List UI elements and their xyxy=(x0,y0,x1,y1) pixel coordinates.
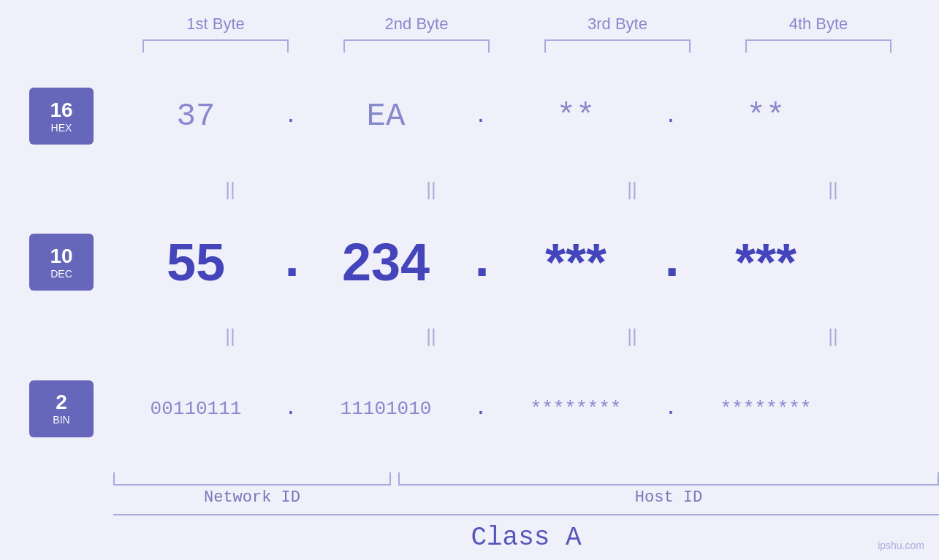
bin-base-label: BIN xyxy=(53,414,69,426)
eq1-b4: || xyxy=(753,180,913,199)
class-label: Class A xyxy=(113,523,939,560)
dec-dot1: . xyxy=(276,232,305,292)
eq1-b3: || xyxy=(552,180,712,199)
equals-row-1: || || || || xyxy=(130,180,934,199)
hex-dot3: . xyxy=(656,105,685,128)
eq1-b2: || xyxy=(351,180,512,199)
bin-byte4: ******** xyxy=(685,398,846,420)
class-section: Class A xyxy=(0,514,939,560)
bin-row: 2 BIN 00110111 . 11101010 . ******** . *… xyxy=(0,345,939,472)
bracket-4 xyxy=(745,39,892,53)
bottom-brackets xyxy=(113,472,939,486)
main-container: 1st Byte 2nd Byte 3rd Byte 4th Byte 16 H… xyxy=(0,0,939,560)
hex-base-label: HEX xyxy=(51,122,72,134)
dec-byte4: *** xyxy=(685,232,846,292)
eq2-b4: || xyxy=(753,326,913,345)
bracket-3 xyxy=(544,39,691,53)
eq2-b3: || xyxy=(552,326,712,345)
network-bracket xyxy=(113,472,391,486)
dec-values: 55 . 234 . *** . *** xyxy=(115,232,910,292)
hex-values: 37 . EA . ** . ** xyxy=(115,98,910,134)
dec-byte1: 55 xyxy=(115,232,276,292)
bin-dot2: . xyxy=(466,397,495,420)
byte1-header: 1st Byte xyxy=(142,15,289,34)
hex-dot2: . xyxy=(466,105,495,128)
host-id-label: Host ID xyxy=(398,488,939,507)
hex-byte1: 37 xyxy=(115,98,276,134)
class-divider xyxy=(113,514,939,515)
hex-base-number: 16 xyxy=(50,99,72,122)
bin-base-number: 2 xyxy=(56,391,67,414)
host-bracket xyxy=(398,472,939,486)
bottom-labels: Network ID Host ID xyxy=(113,488,939,507)
hex-byte3: ** xyxy=(495,98,656,134)
eq2-b1: || xyxy=(150,326,311,345)
top-brackets xyxy=(115,39,919,53)
bin-byte3: ******** xyxy=(495,398,656,420)
bracket-2 xyxy=(343,39,490,53)
byte3-header: 3rd Byte xyxy=(544,15,691,34)
hex-byte2: EA xyxy=(305,98,466,134)
hex-dot1: . xyxy=(276,105,305,128)
hex-byte4: ** xyxy=(685,98,846,134)
dec-dot3: . xyxy=(656,232,685,292)
dec-dot2: . xyxy=(466,232,495,292)
bin-label-box: 2 BIN xyxy=(29,380,94,437)
dec-byte2: 234 xyxy=(305,232,466,292)
byte2-header: 2nd Byte xyxy=(343,15,490,34)
hex-row: 16 HEX 37 . EA . ** . ** xyxy=(0,53,939,180)
equals-row-2: || || || || xyxy=(130,326,934,345)
byte-headers: 1st Byte 2nd Byte 3rd Byte 4th Byte xyxy=(115,15,919,34)
eq2-b2: || xyxy=(351,326,512,345)
bin-byte1: 00110111 xyxy=(115,398,276,420)
dec-byte3: *** xyxy=(495,232,656,292)
dec-base-number: 10 xyxy=(50,245,72,268)
watermark: ipshu.com xyxy=(878,540,924,551)
hex-label-box: 16 HEX xyxy=(29,88,94,145)
bracket-1 xyxy=(142,39,289,53)
bin-values: 00110111 . 11101010 . ******** . *******… xyxy=(115,397,910,420)
eq1-b1: || xyxy=(150,180,311,199)
dec-label-box: 10 DEC xyxy=(29,234,94,291)
bin-byte2: 11101010 xyxy=(305,398,466,420)
bin-dot3: . xyxy=(656,397,685,420)
bin-dot1: . xyxy=(276,397,305,420)
byte4-header: 4th Byte xyxy=(745,15,892,34)
bottom-section: Network ID Host ID xyxy=(0,472,939,507)
dec-base-label: DEC xyxy=(50,268,72,280)
dec-row: 10 DEC 55 . 234 . *** . *** xyxy=(0,199,939,326)
network-id-label: Network ID xyxy=(113,488,391,507)
